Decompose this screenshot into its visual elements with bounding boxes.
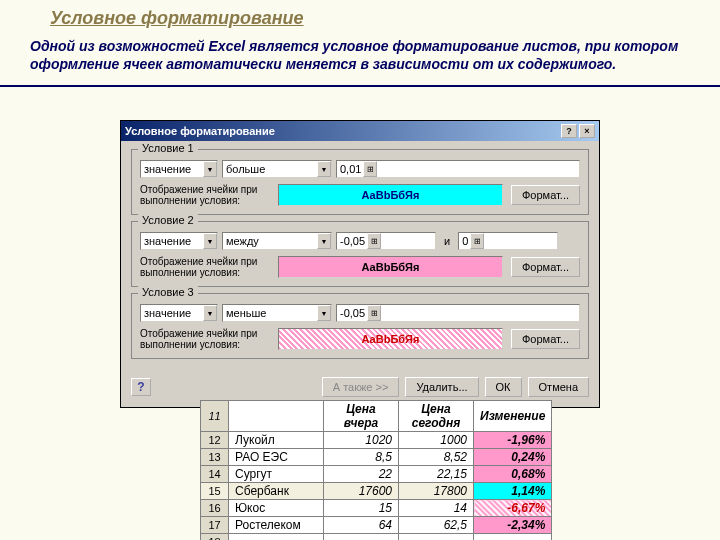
cell-name[interactable]: Лукойл: [229, 432, 324, 449]
preview-label: Отображение ячейки при выполнении услови…: [140, 256, 270, 278]
col-header-today[interactable]: Цена сегодня: [399, 401, 474, 432]
cell-yesterday[interactable]: 17600: [324, 483, 399, 500]
cell-yesterday[interactable]: 22: [324, 466, 399, 483]
cell-today[interactable]: 1000: [399, 432, 474, 449]
condition-2-preview: АаВbБбЯя: [278, 256, 503, 278]
condition-1-label: Условие 1: [138, 142, 198, 154]
row-header[interactable]: 16: [201, 500, 229, 517]
col-header-name[interactable]: [229, 401, 324, 432]
condition-3-type-dropdown[interactable]: значение ▼: [140, 304, 218, 322]
range-picker-icon[interactable]: ⊞: [470, 233, 484, 249]
condition-3-group: Условие 3 значение ▼ меньше ▼ -0,05 ⊞ От…: [131, 293, 589, 359]
condition-3-preview: АаВbБбЯя: [278, 328, 503, 350]
range-picker-icon[interactable]: ⊞: [367, 305, 381, 321]
chevron-down-icon: ▼: [317, 233, 331, 249]
dialog-title: Условное форматирование: [125, 125, 559, 137]
table-row[interactable]: 14Сургут2222,150,68%: [201, 466, 552, 483]
condition-1-type-dropdown[interactable]: значение ▼: [140, 160, 218, 178]
cell-name[interactable]: Ростелеком: [229, 517, 324, 534]
titlebar[interactable]: Условное форматирование ? ×: [121, 121, 599, 141]
condition-2-type-dropdown[interactable]: значение ▼: [140, 232, 218, 250]
table-row[interactable]: 15Сбербанк17600178001,14%: [201, 483, 552, 500]
condition-1-value1-input[interactable]: 0,01 ⊞: [336, 160, 580, 178]
cell-today[interactable]: 62,5: [399, 517, 474, 534]
condition-2-operator-dropdown[interactable]: между ▼: [222, 232, 332, 250]
condition-2-value2-input[interactable]: 0 ⊞: [458, 232, 558, 250]
cancel-button[interactable]: Отмена: [528, 377, 589, 397]
help-button[interactable]: ?: [131, 378, 151, 396]
condition-1-format-button[interactable]: Формат...: [511, 185, 580, 205]
row-header[interactable]: 13: [201, 449, 229, 466]
condition-2-value1-input[interactable]: -0,05 ⊞: [336, 232, 436, 250]
table-row[interactable]: 16Юкос1514-6,67%: [201, 500, 552, 517]
cell-today[interactable]: 17800: [399, 483, 474, 500]
cell-yesterday[interactable]: 8,5: [324, 449, 399, 466]
preview-label: Отображение ячейки при выполнении услови…: [140, 328, 270, 350]
cell-name[interactable]: Сбербанк: [229, 483, 324, 500]
cell-today[interactable]: 8,52: [399, 449, 474, 466]
range-picker-icon[interactable]: ⊞: [367, 233, 381, 249]
spreadsheet-sample: 11 Цена вчера Цена сегодня Изменение 12Л…: [200, 400, 552, 540]
cell-change[interactable]: -6,67%: [474, 500, 552, 517]
table-row[interactable]: 17Ростелеком6462,5-2,34%: [201, 517, 552, 534]
chevron-down-icon: ▼: [203, 305, 217, 321]
preview-label: Отображение ячейки при выполнении услови…: [140, 184, 270, 206]
cell-yesterday[interactable]: 1020: [324, 432, 399, 449]
table-row[interactable]: 13РАО ЕЭС8,58,520,24%: [201, 449, 552, 466]
condition-2-group: Условие 2 значение ▼ между ▼ -0,05 ⊞ и 0…: [131, 221, 589, 287]
condition-3-label: Условие 3: [138, 286, 198, 298]
chevron-down-icon: ▼: [203, 161, 217, 177]
row-header[interactable]: 17: [201, 517, 229, 534]
cell-name[interactable]: РАО ЕЭС: [229, 449, 324, 466]
condition-1-operator-dropdown[interactable]: больше ▼: [222, 160, 332, 178]
condition-2-format-button[interactable]: Формат...: [511, 257, 580, 277]
cell-yesterday[interactable]: 64: [324, 517, 399, 534]
condition-3-operator-dropdown[interactable]: меньше ▼: [222, 304, 332, 322]
chevron-down-icon: ▼: [317, 161, 331, 177]
conditional-format-dialog: Условное форматирование ? × Условие 1 зн…: [120, 120, 600, 408]
range-picker-icon[interactable]: ⊞: [363, 161, 377, 177]
chevron-down-icon: ▼: [203, 233, 217, 249]
table-row[interactable]: 12Лукойл10201000-1,96%: [201, 432, 552, 449]
cell-change[interactable]: -1,96%: [474, 432, 552, 449]
cell-change[interactable]: 1,14%: [474, 483, 552, 500]
delete-button[interactable]: Удалить...: [405, 377, 478, 397]
also-button: А также >>: [322, 377, 400, 397]
col-header-change[interactable]: Изменение: [474, 401, 552, 432]
cell-yesterday[interactable]: 15: [324, 500, 399, 517]
row-header[interactable]: 15: [201, 483, 229, 500]
cell-change[interactable]: -2,34%: [474, 517, 552, 534]
col-header-yesterday[interactable]: Цена вчера: [324, 401, 399, 432]
close-icon[interactable]: ×: [579, 124, 595, 138]
condition-1-preview: АаВbБбЯя: [278, 184, 503, 206]
row-header[interactable]: 14: [201, 466, 229, 483]
condition-1-group: Условие 1 значение ▼ больше ▼ 0,01 ⊞ Ото…: [131, 149, 589, 215]
condition-3-format-button[interactable]: Формат...: [511, 329, 580, 349]
slide-description: Одной из возможностей Excel является усл…: [0, 33, 720, 87]
row-header[interactable]: 11: [201, 401, 229, 432]
condition-2-label: Условие 2: [138, 214, 198, 226]
row-header[interactable]: 12: [201, 432, 229, 449]
slide-title: Условное форматирование: [0, 0, 720, 33]
cell-today[interactable]: 14: [399, 500, 474, 517]
cell-change[interactable]: 0,68%: [474, 466, 552, 483]
cell-name[interactable]: Юкос: [229, 500, 324, 517]
condition-3-value1-input[interactable]: -0,05 ⊞: [336, 304, 580, 322]
ok-button[interactable]: ОК: [485, 377, 522, 397]
and-label: и: [440, 235, 454, 247]
cell-change[interactable]: 0,24%: [474, 449, 552, 466]
cell-name[interactable]: Сургут: [229, 466, 324, 483]
chevron-down-icon: ▼: [317, 305, 331, 321]
cell-today[interactable]: 22,15: [399, 466, 474, 483]
table-row[interactable]: 18: [201, 534, 552, 541]
help-icon[interactable]: ?: [561, 124, 577, 138]
